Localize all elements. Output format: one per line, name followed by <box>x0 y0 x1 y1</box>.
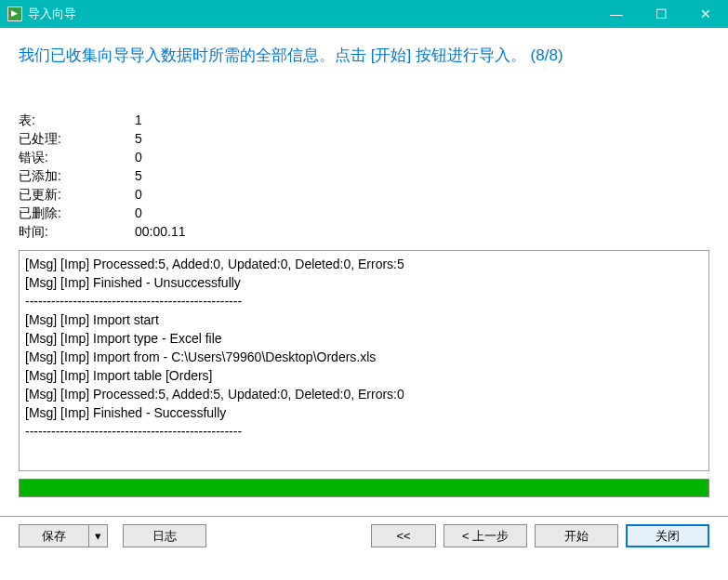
stat-value: 0 <box>135 185 142 204</box>
window-controls: — ☐ ✕ <box>594 0 728 28</box>
app-icon <box>7 7 22 21</box>
prev-button[interactable]: < 上一步 <box>443 524 527 547</box>
log-line: [Msg] [Imp] Import table [Orders] <box>25 366 703 385</box>
content-area: 我们已收集向导导入数据时所需的全部信息。点击 [开始] 按钮进行导入。 (8/8… <box>0 28 728 497</box>
stat-row-processed: 已处理:5 <box>19 129 709 148</box>
log-line: [Msg] [Imp] Import from - C:\Users\79960… <box>25 348 703 366</box>
log-button[interactable]: 日志 <box>123 524 206 547</box>
minimize-button[interactable]: — <box>594 0 639 28</box>
stat-label: 错误: <box>19 148 135 166</box>
log-line: [Msg] [Imp] Import start <box>25 310 703 329</box>
log-line: ----------------------------------------… <box>25 422 703 441</box>
start-button[interactable]: 开始 <box>535 524 618 547</box>
stat-row-updated: 已更新:0 <box>19 185 709 204</box>
close-button[interactable]: 关闭 <box>626 524 709 547</box>
log-line: [Msg] [Imp] Finished - Unsuccessfully <box>25 273 703 292</box>
log-line: ----------------------------------------… <box>25 292 703 310</box>
window-title: 导入向导 <box>28 6 594 22</box>
close-window-button[interactable]: ✕ <box>683 0 728 28</box>
stat-value: 5 <box>135 166 142 185</box>
stat-value: 0 <box>135 204 142 222</box>
maximize-button[interactable]: ☐ <box>639 0 683 28</box>
log-textarea[interactable]: [Msg] [Imp] Processed:5, Added:0, Update… <box>19 250 709 471</box>
stat-row-errors: 错误:0 <box>19 148 709 166</box>
stat-value: 1 <box>135 111 142 129</box>
stat-value: 0 <box>135 148 142 166</box>
stat-label: 已处理: <box>19 129 135 148</box>
stat-row-deleted: 已删除:0 <box>19 204 709 222</box>
stat-label: 已添加: <box>19 166 135 185</box>
titlebar: 导入向导 — ☐ ✕ <box>0 0 728 28</box>
first-button[interactable]: << <box>371 524 436 547</box>
stat-label: 已更新: <box>19 185 135 204</box>
save-dropdown-button[interactable]: ▾ <box>89 524 108 547</box>
log-line: [Msg] [Imp] Import type - Excel file <box>25 329 703 348</box>
stat-label: 时间: <box>19 222 135 241</box>
wizard-heading: 我们已收集向导导入数据时所需的全部信息。点击 [开始] 按钮进行导入。 (8/8… <box>19 45 709 66</box>
progress-bar <box>19 479 709 497</box>
stat-row-added: 已添加:5 <box>19 166 709 185</box>
stat-row-time: 时间:00:00.11 <box>19 222 709 241</box>
stat-value: 00:00.11 <box>135 222 186 241</box>
stat-label: 表: <box>19 111 135 129</box>
save-button[interactable]: 保存 <box>19 524 89 547</box>
log-line: [Msg] [Imp] Processed:5, Added:5, Update… <box>25 385 703 403</box>
stats-table: 表:1 已处理:5 错误:0 已添加:5 已更新:0 已删除:0 时间:00:0… <box>19 111 709 241</box>
stat-row-tables: 表:1 <box>19 111 709 129</box>
stat-value: 5 <box>135 129 142 148</box>
log-line: [Msg] [Imp] Processed:5, Added:0, Update… <box>25 255 703 273</box>
button-bar: 保存 ▾ 日志 << < 上一步 开始 关闭 <box>0 517 728 555</box>
stat-label: 已删除: <box>19 204 135 222</box>
log-line: [Msg] [Imp] Finished - Successfully <box>25 403 703 422</box>
